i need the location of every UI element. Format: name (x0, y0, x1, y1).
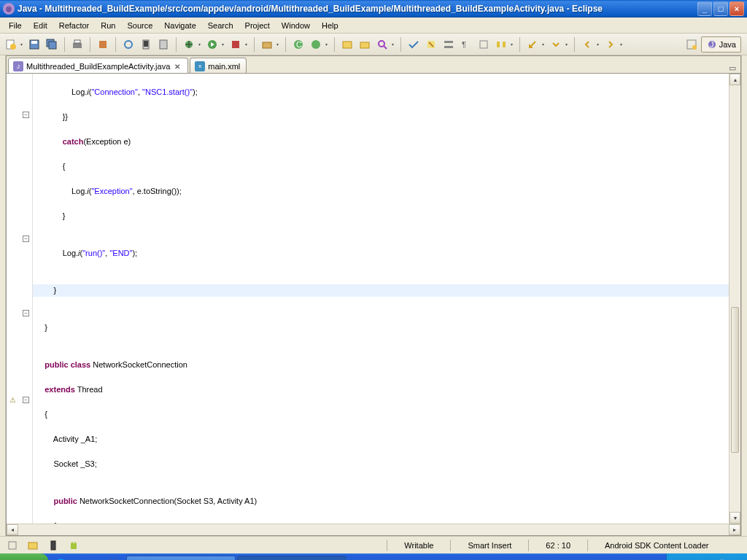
tab-label: Multithreaded_BuildExampleActivity.java (26, 62, 170, 71)
window-titlebar: ◎ Java - Multithreaded_BuildExample/src/… (0, 0, 747, 18)
warning-icon[interactable]: ⚠ (9, 396, 18, 405)
svg-rect-24 (444, 41, 453, 43)
open-type-button[interactable] (120, 36, 136, 52)
tab-maximize-icon[interactable]: ▭ (729, 63, 736, 73)
scroll-thumb[interactable] (731, 307, 739, 453)
toggle-mark-button[interactable] (406, 36, 422, 52)
code-editor[interactable]: Log.i("Connection", "NSC1.start()"); }} … (33, 74, 729, 524)
new-button[interactable] (3, 36, 19, 52)
show-whitespace-button[interactable]: ¶ (458, 36, 474, 52)
svg-rect-11 (144, 41, 148, 47)
new-package-button[interactable] (259, 36, 275, 52)
window-title: Java - Multithreaded_BuildExample/src/co… (18, 4, 697, 14)
open-task-button[interactable] (339, 36, 355, 52)
fold-toggle[interactable]: − (23, 310, 29, 316)
scroll-left-button[interactable]: ◂ (7, 524, 18, 535)
status-fastview-icon[interactable] (4, 537, 20, 553)
search-button[interactable] (374, 36, 390, 52)
close-button[interactable]: × (729, 1, 744, 16)
status-device-icon[interactable] (45, 537, 61, 553)
status-insert-mode: Smart Insert (460, 539, 519, 552)
tab-close-button[interactable]: ✕ (173, 63, 182, 71)
svg-point-9 (125, 41, 132, 48)
tab-activity-java[interactable]: J Multithreaded_BuildExampleActivity.jav… (8, 58, 188, 74)
menu-search[interactable]: Search (202, 20, 239, 31)
menu-bar: File Edit Refactor Run Source Navigate S… (0, 18, 747, 34)
scroll-down-button[interactable]: ▾ (729, 512, 740, 524)
status-bar: Writable Smart Insert 62 : 10 Android SD… (0, 536, 747, 553)
status-android-icon[interactable] (66, 537, 82, 553)
minimize-button[interactable]: _ (697, 1, 712, 16)
avd-manager-button[interactable] (155, 36, 171, 52)
horizontal-scrollbar[interactable]: ◂ ▸ (7, 524, 740, 535)
sdk-manager-button[interactable] (138, 36, 154, 52)
menu-file[interactable]: File (3, 20, 28, 31)
maximize-button[interactable]: □ (713, 1, 728, 16)
next-annotation-button[interactable] (548, 36, 564, 52)
java-perspective-button[interactable]: J Java (701, 36, 741, 52)
menu-edit[interactable]: Edit (28, 20, 53, 31)
svg-rect-16 (263, 42, 271, 48)
taskbar-cmd[interactable]: ▪ Command Prompt (126, 556, 236, 561)
ql-firefox-icon[interactable]: 🦊 (105, 556, 121, 561)
last-edit-button[interactable] (525, 36, 541, 52)
svg-rect-5 (49, 42, 56, 49)
fold-toggle[interactable]: − (23, 112, 29, 118)
start-button[interactable]: Start (0, 553, 48, 560)
status-console-icon[interactable] (25, 537, 41, 553)
build-button[interactable] (95, 36, 111, 52)
editor-viewport: − − − ⚠ − Log.i("Connection", "NSC1.star… (7, 74, 740, 524)
scroll-up-button[interactable]: ▴ (729, 74, 740, 85)
open-perspective-button[interactable] (684, 36, 700, 52)
menu-project[interactable]: Project (239, 20, 276, 31)
save-all-button[interactable] (44, 36, 60, 52)
menu-run[interactable]: Run (95, 20, 121, 31)
tab-main-xml[interactable]: x main.xml (190, 58, 247, 73)
windows-taskbar: Start 🌐 📁 ▶ 🦊 ▪ Command Prompt ◎ Java - … (0, 553, 747, 560)
block-selection-button[interactable] (476, 36, 492, 52)
run-button[interactable] (204, 36, 220, 52)
svg-point-19 (311, 40, 320, 49)
taskbar-eclipse[interactable]: ◎ Java - Multithreaded... (237, 556, 347, 561)
svg-rect-8 (99, 41, 107, 48)
menu-window[interactable]: Window (276, 20, 316, 31)
debug-button[interactable] (181, 36, 197, 52)
new-class-button[interactable]: C (290, 36, 306, 52)
svg-rect-34 (9, 542, 16, 549)
system-tray[interactable]: ‹ ⚑ 🖥 🔊 🛡 (666, 553, 747, 560)
folder-button[interactable] (357, 36, 373, 52)
svg-point-39 (74, 542, 76, 543)
svg-rect-29 (503, 42, 506, 47)
editor-gutter[interactable]: − − − ⚠ − (7, 74, 33, 524)
svg-rect-7 (74, 40, 80, 43)
svg-rect-35 (28, 542, 37, 549)
scroll-right-button[interactable]: ▸ (729, 524, 740, 535)
menu-help[interactable]: Help (316, 20, 344, 31)
status-cursor-position: 62 : 10 (538, 539, 578, 552)
toggle-highlight-button[interactable] (423, 36, 439, 52)
ql-explorer-icon[interactable]: 📁 (70, 556, 86, 561)
annotations-button[interactable] (493, 36, 509, 52)
menu-navigate[interactable]: Navigate (158, 20, 201, 31)
vertical-scrollbar[interactable]: ▴ ▾ (729, 74, 740, 524)
main-toolbar: C ¶ J Java (0, 34, 747, 55)
left-trim[interactable] (0, 55, 6, 536)
java-perspective-icon: J (706, 39, 718, 50)
back-button[interactable] (579, 36, 595, 52)
save-button[interactable] (26, 36, 42, 52)
menu-source[interactable]: Source (121, 20, 158, 31)
new-java-button[interactable] (308, 36, 324, 52)
ql-media-icon[interactable]: ▶ (88, 556, 104, 561)
svg-text:J: J (710, 40, 714, 49)
print-button[interactable] (69, 36, 85, 52)
fold-toggle[interactable]: − (23, 236, 29, 242)
toggle-breadcrumb-button[interactable] (441, 36, 457, 52)
svg-rect-12 (160, 40, 167, 49)
svg-text:¶: ¶ (462, 40, 466, 49)
forward-button[interactable] (603, 36, 619, 52)
ql-ie-icon[interactable]: 🌐 (53, 556, 69, 561)
menu-refactor[interactable]: Refactor (53, 20, 96, 31)
right-trim[interactable] (741, 55, 747, 536)
fold-toggle[interactable]: − (23, 397, 29, 403)
external-tools-button[interactable] (228, 36, 244, 52)
